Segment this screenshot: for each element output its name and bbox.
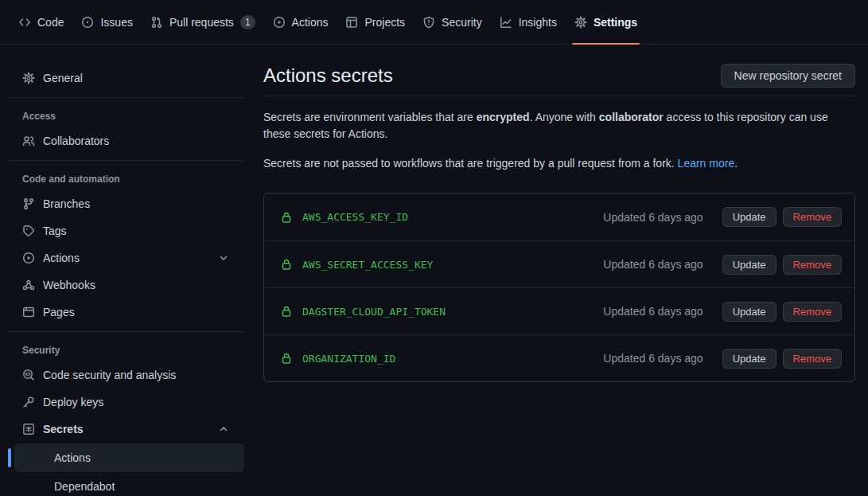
gear-icon — [574, 16, 587, 29]
tab-security[interactable]: Security — [414, 0, 491, 44]
fork-note-text: Secrets are not passed to workflows that… — [263, 157, 678, 170]
code-icon — [18, 16, 31, 29]
tab-label: Actions — [292, 16, 329, 29]
remove-secret-button[interactable]: Remove — [783, 207, 842, 227]
chevron-down-icon — [217, 252, 230, 264]
sidebar-divider — [8, 97, 244, 98]
tab-code[interactable]: Code — [10, 0, 72, 44]
codescan-icon — [22, 369, 35, 381]
sidebar-item-label: Branches — [43, 197, 90, 210]
sidebar-subitem-secrets-actions[interactable]: Actions — [14, 443, 244, 472]
secrets-description: Secrets are environment variables that a… — [263, 109, 855, 143]
secret-row: AWS_SECRET_ACCESS_KEY Updated 6 days ago… — [264, 240, 854, 287]
main-header: Actions secrets New repository secret — [263, 64, 855, 96]
sidebar-item-label: General — [43, 72, 83, 84]
tab-issues[interactable]: Issues — [72, 0, 141, 44]
description-bold-encrypted: encrypted — [477, 111, 530, 123]
tab-label: Pull requests — [169, 16, 234, 29]
sidebar-item-branches[interactable]: Branches — [8, 191, 244, 217]
secrets-table: AWS_ACCESS_KEY_ID Updated 6 days ago Upd… — [263, 193, 855, 382]
project-table-icon — [345, 16, 358, 29]
secret-updated: Updated 6 days ago — [603, 305, 703, 318]
secret-updated: Updated 6 days ago — [603, 352, 703, 365]
lock-icon — [280, 352, 293, 365]
fork-note: Secrets are not passed to workflows that… — [263, 155, 855, 172]
tab-projects[interactable]: Projects — [337, 0, 414, 44]
sidebar-item-pages[interactable]: Pages — [8, 299, 244, 325]
secret-asterisk-icon — [22, 423, 35, 435]
secret-name: AWS_ACCESS_KEY_ID — [302, 211, 408, 223]
sidebar-item-label: Deploy keys — [43, 396, 103, 408]
lock-icon — [280, 305, 293, 318]
remove-secret-button[interactable]: Remove — [783, 349, 842, 369]
sidebar-item-label: Collaborators — [43, 135, 109, 147]
sidebar-subitem-secrets-dependabot[interactable]: Dependabot — [14, 474, 244, 496]
fork-note-suffix: . — [734, 157, 738, 170]
tab-label: Settings — [594, 16, 637, 29]
sidebar-item-label: Pages — [43, 306, 75, 318]
gear-icon — [22, 72, 35, 84]
tab-label: Projects — [364, 16, 405, 29]
tab-label: Insights — [519, 16, 557, 29]
tab-pull-requests[interactable]: Pull requests 1 — [142, 0, 264, 44]
git-pull-request-icon — [150, 16, 163, 29]
webhook-icon — [22, 279, 35, 291]
secret-row: DAGSTER_CLOUD_API_TOKEN Updated 6 days a… — [264, 287, 854, 334]
sidebar-item-general[interactable]: General — [8, 65, 244, 91]
sidebar-item-code-security[interactable]: Code security and analysis — [8, 362, 244, 388]
browser-icon — [22, 306, 35, 318]
secret-name: ORGANIZATION_ID — [302, 353, 395, 365]
graph-icon — [500, 16, 512, 29]
sidebar-section-title-access: Access — [8, 104, 244, 128]
chevron-up-icon — [217, 423, 230, 435]
update-secret-button[interactable]: Update — [722, 255, 777, 275]
sidebar-item-label: Secrets — [43, 423, 84, 435]
sidebar-item-collaborators[interactable]: Collaborators — [8, 128, 244, 154]
sidebar-section-title-security: Security — [8, 338, 244, 362]
sidebar-item-secrets[interactable]: Secrets — [8, 416, 244, 442]
secret-updated: Updated 6 days ago — [603, 258, 703, 271]
people-icon — [22, 135, 35, 147]
sidebar-item-label: Dependabot — [54, 480, 115, 493]
sidebar-divider — [8, 331, 244, 332]
tab-label: Code — [37, 16, 64, 29]
update-secret-button[interactable]: Update — [722, 349, 777, 369]
issue-opened-icon — [81, 16, 94, 29]
settings-sidebar: General Access Collaborators Code and au… — [0, 45, 251, 496]
description-bold-collaborator: collaborator — [599, 111, 664, 123]
sidebar-item-actions[interactable]: Actions — [8, 245, 244, 271]
tab-insights[interactable]: Insights — [491, 0, 566, 44]
play-icon — [22, 252, 35, 264]
remove-secret-button[interactable]: Remove — [783, 302, 842, 322]
update-secret-button[interactable]: Update — [722, 302, 777, 322]
update-secret-button[interactable]: Update — [722, 207, 777, 227]
repo-nav: Code Issues Pull requests 1 Actions Proj… — [0, 0, 868, 45]
sidebar-item-label: Actions — [43, 252, 80, 264]
lock-icon — [280, 258, 293, 271]
sidebar-item-deploy-keys[interactable]: Deploy keys — [8, 389, 244, 415]
learn-more-link[interactable]: Learn more — [678, 157, 735, 170]
tab-actions[interactable]: Actions — [264, 0, 337, 44]
key-icon — [22, 396, 35, 408]
page-title: Actions secrets — [263, 64, 393, 87]
remove-secret-button[interactable]: Remove — [783, 255, 842, 275]
new-repository-secret-button[interactable]: New repository secret — [721, 64, 855, 88]
lock-icon — [280, 211, 293, 224]
sidebar-item-label: Tags — [43, 225, 67, 237]
tab-label: Issues — [100, 16, 132, 29]
shield-icon — [422, 16, 435, 29]
sidebar-item-tags[interactable]: Tags — [8, 218, 244, 244]
secret-name: AWS_SECRET_ACCESS_KEY — [302, 259, 433, 271]
sidebar-item-label: Actions — [54, 451, 91, 464]
description-text: . Anyone with — [530, 111, 599, 123]
sidebar-item-webhooks[interactable]: Webhooks — [8, 272, 244, 298]
secret-row: ORGANIZATION_ID Updated 6 days ago Updat… — [264, 334, 854, 381]
secret-row: AWS_ACCESS_KEY_ID Updated 6 days ago Upd… — [264, 193, 854, 240]
pull-requests-count-badge: 1 — [240, 15, 255, 29]
tab-label: Security — [442, 16, 482, 29]
git-branch-icon — [22, 197, 35, 210]
play-icon — [273, 16, 286, 29]
sidebar-divider — [8, 160, 244, 161]
secret-name: DAGSTER_CLOUD_API_TOKEN — [302, 306, 446, 318]
tab-settings[interactable]: Settings — [566, 0, 646, 44]
